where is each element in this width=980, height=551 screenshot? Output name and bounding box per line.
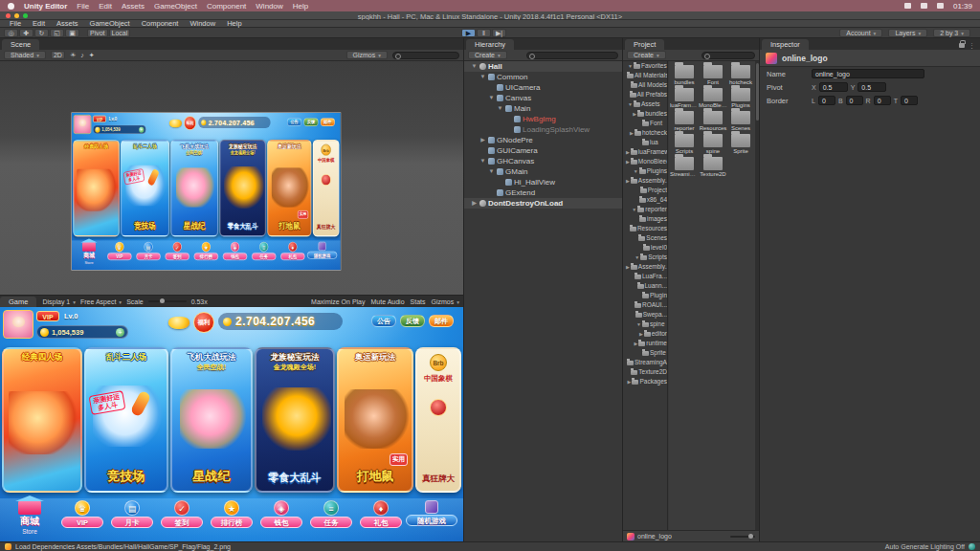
game-gizmos-dropdown[interactable]: Gizmos (432, 298, 460, 305)
project-tree-row[interactable]: Sprite (623, 348, 667, 358)
display-dropdown[interactable]: Display 1 (42, 298, 76, 305)
project-tree-row[interactable]: ▶ editor (623, 329, 667, 339)
unity-menu-item[interactable]: Edit (33, 19, 45, 28)
macos-menu-item[interactable]: Edit (99, 2, 112, 11)
game-card[interactable]: 乱斗二人场 亲测好运多人斗 竞技场 (84, 347, 168, 493)
expand-arrow-icon[interactable]: ▼ (479, 156, 486, 166)
expand-arrow-icon[interactable]: ▼ (497, 103, 503, 114)
game-card[interactable]: 龙族秘宝玩法 金龙魂殿全场! 零食大乱斗 (255, 347, 335, 493)
project-tree-row[interactable]: ▶ bundles (623, 109, 667, 119)
asset-folder[interactable]: Texture2D (699, 157, 727, 177)
expand-arrow-icon[interactable]: ▼ (488, 93, 495, 103)
store-button[interactable]: 商城 Store (74, 242, 103, 265)
expand-arrow-icon[interactable]: ▶ (630, 128, 634, 138)
project-tree-row[interactable]: ▼ Scripts (623, 253, 667, 262)
expand-arrow-icon[interactable]: ▶ (626, 176, 630, 186)
name-field[interactable]: online_logo (812, 69, 924, 78)
project-tree-row[interactable]: Font (623, 119, 667, 128)
project-tree-row[interactable]: ▼ reporter (623, 205, 667, 214)
hierarchy-row[interactable]: LoadingSplashView (464, 124, 622, 135)
lobby-menu-button[interactable]: ♛ VIP (106, 242, 133, 260)
battery-icon[interactable] (904, 3, 911, 9)
unity-menu-item[interactable]: GameObject (90, 19, 130, 28)
control-center-icon[interactable] (937, 3, 944, 9)
layout-dropdown[interactable]: 2 by 3 (933, 29, 970, 37)
scale-slider[interactable] (148, 300, 187, 302)
lobby-menu-button[interactable]: ✓ 签到 (164, 242, 190, 260)
hierarchy-row[interactable]: ▼ GHCanvas (464, 156, 622, 166)
lobby-menu-button[interactable]: ▤ 月卡 (109, 500, 155, 528)
project-tree-row[interactable]: ▼ Plugins (623, 166, 667, 176)
asset-folder[interactable]: spine (699, 134, 727, 154)
mute-audio-toggle[interactable]: Mute Audio (371, 298, 405, 305)
lock-icon[interactable] (959, 43, 965, 48)
asset-folder[interactable]: reporter (670, 111, 699, 131)
expand-arrow-icon[interactable]: ▼ (634, 166, 638, 176)
hierarchy-create-dropdown[interactable]: Create (468, 51, 507, 59)
macos-menu-item[interactable]: Help (293, 2, 308, 11)
hierarchy-row[interactable]: GUICamera (464, 145, 622, 156)
unity-menu-item[interactable]: Help (227, 19, 241, 28)
lobby-menu-button[interactable]: ≡ 任务 (308, 500, 354, 528)
project-tree-row[interactable]: x86_64 (623, 195, 667, 205)
lobby-menu-button[interactable]: ♦ 礼包 (358, 500, 404, 528)
hierarchy-row[interactable]: GExtend (464, 187, 622, 198)
asset-folder[interactable]: luaFramework (670, 88, 699, 108)
panel-menu-icon[interactable]: ⋮ (969, 43, 975, 48)
expand-arrow-icon[interactable]: ▶ (479, 135, 486, 145)
tab-hierarchy[interactable]: Hierarchy (466, 39, 514, 50)
asset-folder[interactable]: Sprite (727, 134, 754, 154)
hand-tool-button[interactable]: ◎ (4, 29, 18, 37)
border-r-field[interactable]: 0 (874, 96, 891, 105)
game-card[interactable]: 中国象棋 Brb 真狂牌大 (415, 347, 461, 493)
feedback-button[interactable]: 反馈 (303, 118, 318, 126)
notice-button[interactable]: 公告 (287, 118, 301, 126)
hierarchy-row[interactable]: ▼ Hall (464, 61, 622, 72)
random-game-button[interactable]: 随机游戏 (404, 500, 459, 526)
2d-toggle-button[interactable]: 2D (51, 51, 65, 59)
play-button[interactable]: ▶ (461, 29, 476, 37)
game-card[interactable]: 飞机大战玩法 全民空战! 星战纪 (170, 140, 218, 236)
hierarchy-row[interactable]: Hi_HallView (464, 177, 622, 187)
hierarchy-row[interactable]: ▶ DontDestroyOnLoad (464, 198, 622, 209)
expand-arrow-icon[interactable]: ▼ (628, 61, 633, 71)
asset-folder[interactable]: Streaming... (670, 157, 699, 177)
macos-menu-item[interactable]: Component (207, 2, 246, 11)
expand-arrow-icon[interactable]: ▼ (636, 320, 641, 329)
macos-menu-item[interactable]: Assets (122, 2, 145, 11)
tab-game[interactable]: Game (0, 297, 36, 307)
project-tree-row[interactable]: lua (623, 138, 667, 147)
store-button[interactable]: 商城 Store (4, 500, 56, 535)
lobby-menu-button[interactable]: ★ 排行榜 (192, 242, 219, 260)
project-create-dropdown[interactable]: Create (627, 51, 666, 59)
lobby-menu-button[interactable]: ✓ 签到 (159, 500, 205, 528)
expand-arrow-icon[interactable]: ▼ (628, 99, 633, 109)
asset-folder[interactable]: MonoBleedin... (699, 88, 727, 108)
aspect-dropdown[interactable]: Free Aspect (80, 298, 122, 305)
step-button[interactable]: ▶| (492, 29, 506, 37)
mail-button[interactable]: 邮件 (429, 315, 454, 327)
game-card[interactable]: 奥运新玩法 实用 打地鼠 (267, 140, 311, 236)
game-card[interactable]: 中国象棋 Brb 真狂牌大 (313, 140, 340, 236)
project-tree-row[interactable]: Luann... (623, 281, 667, 291)
expand-arrow-icon[interactable]: ▶ (634, 339, 637, 348)
lobby-menu-button[interactable]: ★ 排行榜 (209, 500, 255, 528)
project-tree-row[interactable]: level0 (623, 243, 667, 253)
project-tree-row[interactable]: Scenes (623, 233, 667, 243)
lighting-toggle-icon[interactable]: ☀ (70, 52, 76, 59)
project-tree-row[interactable]: ROAUI... (623, 300, 667, 310)
vip-badge[interactable]: VIP (93, 116, 106, 122)
hierarchy-search-input[interactable] (526, 52, 618, 59)
coin-balance-bar[interactable]: 1,054,539 + (36, 325, 128, 339)
coin-balance-bar[interactable]: 1,054,539 + (93, 125, 146, 134)
lobby-menu-button[interactable]: ♦ 礼包 (279, 242, 306, 260)
pivot-toggle-button[interactable]: Pivot (87, 29, 108, 37)
project-search-input[interactable] (702, 52, 755, 59)
layers-dropdown[interactable]: Layers (888, 29, 927, 37)
pivot-x-field[interactable]: 0.5 (819, 82, 848, 92)
hierarchy-row[interactable]: ▼ GMain (464, 166, 622, 177)
activity-icon[interactable] (969, 543, 975, 550)
hierarchy-row[interactable]: HwBgImg (464, 114, 622, 124)
border-l-field[interactable]: 0 (818, 96, 835, 105)
effects-toggle-icon[interactable]: ✦ (89, 52, 95, 59)
